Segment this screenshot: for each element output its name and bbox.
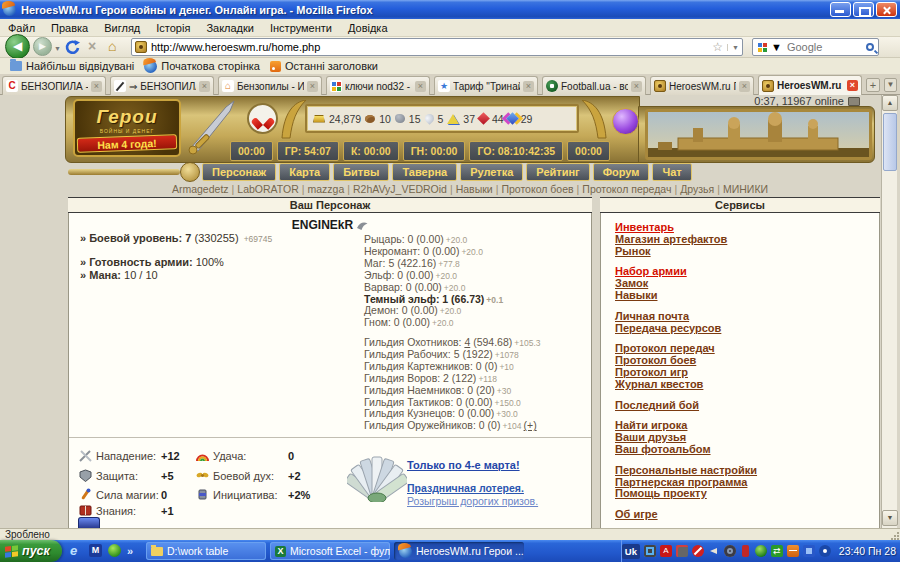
scroll-up-icon[interactable]: ▲: [882, 95, 898, 111]
lottery-link-1[interactable]: Только по 4-е марта!: [407, 459, 520, 471]
lottery-link-3[interactable]: Розыгрыш дорогих призов.: [407, 495, 538, 507]
service-resource-transfer[interactable]: Передача ресурсов: [615, 323, 879, 335]
new-tab-icon[interactable]: [866, 78, 880, 92]
menu-file[interactable]: Файл: [0, 20, 43, 36]
subnav-link[interactable]: Друзья: [680, 183, 714, 195]
nav-rating[interactable]: Рейтинг: [526, 163, 589, 181]
bookmark-star-icon[interactable]: ☆: [712, 40, 723, 54]
reload-icon[interactable]: [64, 39, 80, 55]
menu-bookmarks[interactable]: Закладки: [198, 20, 262, 36]
resize-grip[interactable]: [889, 531, 899, 540]
nav-character[interactable]: Персонаж: [202, 163, 276, 181]
tray-display-icon[interactable]: [676, 545, 688, 557]
tray-camera-icon[interactable]: [724, 545, 736, 557]
menu-help[interactable]: Довідка: [340, 20, 396, 36]
engine-dropdown-icon[interactable]: ▼: [771, 41, 782, 53]
back-icon[interactable]: ◀: [5, 34, 30, 59]
service-photo-album[interactable]: Ваш фотоальбом: [615, 444, 879, 456]
nav-map[interactable]: Карта: [279, 163, 330, 181]
messenger-icon[interactable]: [89, 544, 102, 557]
tray-globe-icon[interactable]: [755, 545, 767, 557]
tab-close-icon[interactable]: [631, 81, 642, 92]
service-recruit-army[interactable]: Набор армии: [615, 266, 879, 278]
tab-2[interactable]: ⇒ БЕНЗОПИЛА ЦЕ...: [110, 76, 214, 95]
scrollbar-thumb[interactable]: [883, 113, 897, 171]
lottery-link-2[interactable]: Праздничная лотерея.: [407, 482, 524, 494]
service-help-project[interactable]: Помощь проекту: [615, 488, 879, 500]
tray-sync-icon[interactable]: [771, 545, 783, 557]
service-game-log[interactable]: Протокол игр: [615, 367, 879, 379]
google-logo-icon[interactable]: [757, 42, 768, 53]
subnav-link[interactable]: МИНИКИ: [723, 183, 768, 195]
task-excel[interactable]: Microsoft Excel - фул: [270, 542, 390, 560]
tab-close-icon[interactable]: [91, 81, 102, 92]
subnav-link[interactable]: Протокол боев: [501, 183, 573, 195]
bookmark-home-page[interactable]: Початкова сторінка: [144, 60, 260, 73]
tab-close-icon[interactable]: [847, 80, 858, 91]
menu-tools[interactable]: Інструменти: [262, 20, 340, 36]
menu-edit[interactable]: Правка: [43, 20, 96, 36]
home-icon[interactable]: ⌂: [108, 38, 116, 54]
nav-tavern[interactable]: Таверна: [392, 163, 457, 181]
minimize-icon[interactable]: [830, 2, 851, 17]
service-mail[interactable]: Личная почта: [615, 311, 879, 323]
task-folder[interactable]: D:\work table: [146, 542, 266, 560]
address-input[interactable]: [147, 41, 712, 53]
service-about-game[interactable]: Об игре: [615, 509, 879, 521]
service-quest-journal[interactable]: Журнал квестов: [615, 379, 879, 391]
subnav-link[interactable]: Навыки: [456, 183, 493, 195]
subnav-link[interactable]: mazzga: [308, 183, 345, 195]
tab-1[interactable]: БЕНЗОПИЛА - ВыБ...: [2, 76, 106, 95]
tray-network-icon[interactable]: [819, 545, 831, 557]
tab-close-icon[interactable]: [739, 81, 750, 92]
autocomplete-dropdown-icon[interactable]: ▼: [727, 44, 739, 51]
forward-icon[interactable]: ▶: [33, 37, 52, 56]
mail-bird-icon[interactable]: [356, 220, 368, 234]
search-input[interactable]: [785, 40, 863, 54]
chevron-icon[interactable]: [127, 545, 133, 557]
tab-3[interactable]: Бензопилы - Инте...: [218, 76, 322, 95]
subnav-link[interactable]: Armagedetz: [172, 183, 229, 195]
tray-volume-icon[interactable]: [708, 545, 720, 557]
menu-history[interactable]: Історія: [148, 20, 198, 36]
bookmark-most-visited[interactable]: Найбільш відвідувані: [10, 60, 134, 72]
stop-icon[interactable]: ×: [88, 38, 96, 54]
ie-icon[interactable]: [70, 544, 83, 557]
close-icon[interactable]: [876, 2, 897, 17]
service-artifact-shop[interactable]: Магазин артефактов: [615, 234, 879, 246]
tab-6[interactable]: Football.ua - все о...: [542, 76, 646, 95]
subnav-link[interactable]: R2hAVyJ_VEDROid: [353, 183, 447, 195]
tab-4[interactable]: ключи nod32 - По...: [326, 76, 430, 95]
tab-list-icon[interactable]: [884, 78, 897, 92]
tray-usb-icon[interactable]: [742, 545, 749, 557]
language-indicator[interactable]: Uk: [622, 544, 640, 559]
tab-5[interactable]: Тариф "Тринайте ...: [434, 76, 538, 95]
tray-mute-icon[interactable]: [692, 545, 704, 557]
tab-close-icon[interactable]: [523, 81, 534, 92]
tray-pdf-icon[interactable]: [660, 545, 672, 557]
tray-app-icon[interactable]: [803, 545, 815, 557]
search-magnifier-icon[interactable]: [866, 43, 874, 51]
guild-expand-link[interactable]: (+): [524, 419, 537, 431]
bookmark-latest-headlines[interactable]: Останні заголовки: [270, 60, 378, 72]
restore-icon[interactable]: [853, 2, 874, 17]
service-market[interactable]: Рынок: [615, 246, 879, 258]
nav-battles[interactable]: Битвы: [333, 163, 389, 181]
nav-forum[interactable]: Форум: [593, 163, 650, 181]
scroll-down-icon[interactable]: ▼: [882, 510, 898, 526]
guild-level-link[interactable]: 4: [464, 336, 470, 348]
subnav-link[interactable]: Протокол передач: [582, 183, 671, 195]
globe-icon[interactable]: [108, 544, 121, 557]
tray-monitor-icon[interactable]: [644, 545, 656, 557]
service-skills[interactable]: Навыки: [615, 290, 879, 302]
nav-chat[interactable]: Чат: [652, 163, 691, 181]
start-button[interactable]: пуск: [0, 540, 62, 562]
forward-dropdown-icon[interactable]: ▼: [54, 45, 61, 52]
tray-dictionary-icon[interactable]: [787, 545, 799, 557]
task-firefox-active[interactable]: HeroesWM.ru Герои ...: [394, 542, 524, 560]
tab-close-icon[interactable]: [307, 81, 318, 92]
subnav-link[interactable]: LabORATOR: [237, 183, 298, 195]
tab-7[interactable]: HeroesWM.ru Гер...: [650, 76, 754, 95]
menu-view[interactable]: Вигляд: [96, 20, 148, 36]
scrollbar[interactable]: ▲ ▼: [881, 95, 897, 528]
